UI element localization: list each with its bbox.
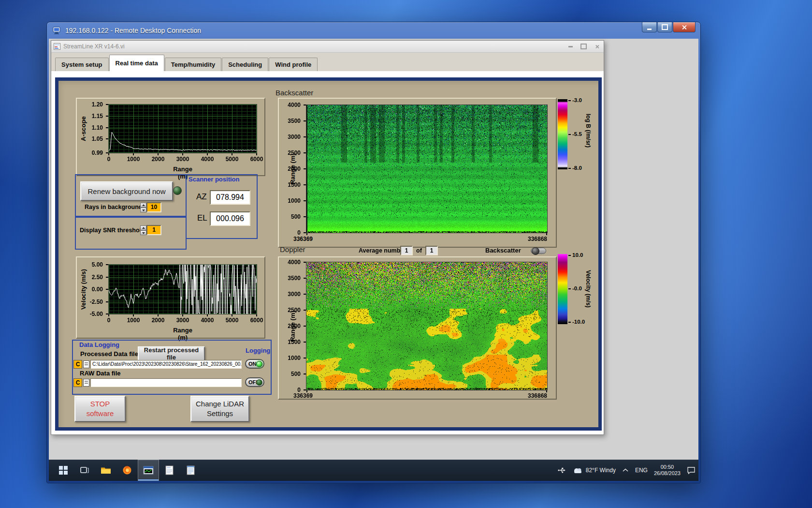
logging-label: Logging — [246, 347, 270, 354]
axis-tick-label: 0 — [275, 387, 301, 393]
rays-in-background-label: Rays in background — [85, 204, 142, 210]
display-snr-threshold-field[interactable]: 1 — [146, 225, 161, 235]
axis-tick — [106, 277, 108, 278]
close-icon — [682, 25, 687, 30]
chevron-up-icon[interactable] — [622, 468, 629, 473]
taskbar-clock[interactable]: 00:50 26/08/2023 — [654, 464, 681, 477]
a-scope-graph: A-scope Range (m) 1.201.151.101.050.9901… — [76, 98, 265, 176]
maximize-icon — [580, 44, 587, 49]
average-number-field[interactable]: 1 — [400, 246, 413, 255]
axis-tick — [106, 127, 108, 128]
taskbar-file-explorer[interactable] — [95, 460, 116, 481]
axis-tick — [304, 342, 306, 343]
tab-wind-profile[interactable]: Wind profile — [269, 58, 318, 71]
close-icon — [595, 45, 599, 49]
app-minimize-button[interactable] — [568, 46, 573, 47]
maximize-button[interactable] — [657, 22, 672, 32]
weather-widget[interactable]: 82°F Windy — [572, 466, 616, 474]
increment-icon[interactable] — [140, 225, 146, 230]
remote-desktop-icon — [53, 27, 61, 34]
language-indicator[interactable]: ENG — [635, 467, 648, 474]
processed-drive-selector[interactable]: C — [73, 360, 82, 369]
usb-icon[interactable] — [557, 466, 566, 474]
az-field[interactable]: 078.994 — [210, 190, 250, 205]
raw-logging-toggle[interactable]: OFF — [245, 377, 264, 387]
change-line1: Change LiDAR — [196, 399, 244, 409]
axis-tick-label: -10.0 — [572, 319, 596, 325]
minimize-button[interactable] — [642, 22, 657, 32]
el-field[interactable]: 000.096 — [210, 211, 250, 226]
raw-drive-selector[interactable]: C — [73, 378, 82, 387]
restart-processed-file-button[interactable]: Restart processed file — [138, 346, 205, 361]
increment-icon[interactable] — [140, 203, 146, 208]
close-button[interactable] — [673, 22, 696, 32]
change-lidar-settings-button[interactable]: Change LiDAR Settings — [190, 396, 249, 422]
rays-spinner[interactable] — [140, 203, 146, 212]
taskbar-notepad[interactable] — [180, 460, 202, 481]
tab-scheduling[interactable]: Scheduling — [222, 58, 268, 71]
processed-logging-toggle[interactable]: ON — [245, 359, 264, 369]
axis-tick-label: 3500 — [275, 118, 301, 124]
processed-browse-icon[interactable] — [83, 360, 89, 368]
raw-data-file-label: RAW Data file — [80, 370, 121, 377]
raw-browse-icon[interactable] — [83, 379, 89, 387]
renew-background-button[interactable]: Renew background now — [80, 181, 173, 201]
taskbar-task-view[interactable] — [74, 460, 95, 481]
decrement-icon[interactable] — [140, 208, 146, 212]
az-label: AZ — [196, 192, 207, 202]
snr-spinner[interactable] — [140, 225, 146, 235]
axis-tick — [304, 326, 306, 327]
axis-tick — [133, 314, 134, 316]
rdp-titlebar[interactable]: 192.168.0.122 - Remote Desktop Connectio… — [47, 22, 700, 39]
axis-tick — [304, 232, 306, 233]
processed-data-file-label: Processed Data file — [80, 350, 138, 358]
data-logging-title: Data Logging — [79, 341, 119, 348]
taskbar-firefox[interactable] — [116, 460, 138, 481]
axis-tick — [158, 153, 159, 155]
taskbar-scan-scheduler[interactable] — [159, 460, 180, 481]
axis-tick-label: 1000 — [275, 197, 301, 204]
backscatter-toggle[interactable] — [531, 248, 546, 254]
vi-icon — [54, 43, 60, 50]
axis-tick-label: 3500 — [275, 275, 301, 282]
axis-tick — [106, 301, 108, 302]
axis-tick-label: 2.50 — [77, 274, 103, 281]
taskbar-windows-start[interactable] — [53, 460, 74, 481]
taskbar-streamline-app[interactable] — [138, 460, 159, 481]
axis-tick — [304, 120, 306, 121]
tab-system-setup[interactable]: System setup — [55, 58, 109, 71]
axis-tick — [304, 216, 306, 217]
tab-temp-humidity[interactable]: Temp/humidity — [165, 58, 221, 71]
axis-tick — [106, 104, 108, 105]
backscatter-x-start: 336369 — [293, 236, 319, 242]
stop-software-button[interactable]: STOP software — [74, 396, 126, 422]
axis-tick — [304, 294, 306, 295]
axis-tick — [568, 288, 571, 289]
scanner-position-title: Scanner position — [188, 176, 239, 183]
tab-strip: System setupReal time dataTemp/humidityS… — [51, 53, 604, 71]
rdp-window: 192.168.0.122 - Remote Desktop Connectio… — [46, 22, 701, 483]
rays-in-background-field[interactable]: 10 — [146, 202, 161, 212]
axis-tick — [133, 153, 134, 155]
maximize-icon — [662, 24, 668, 30]
decrement-icon[interactable] — [140, 230, 146, 235]
app-close-button[interactable] — [594, 44, 600, 49]
tab-real-time-data[interactable]: Real time data — [109, 55, 164, 71]
velocity-graph: Velocity (m/s) Range (m) 5.002.500.00-2.… — [76, 256, 265, 339]
backscatter-x-end: 336868 — [521, 236, 547, 242]
axis-tick — [306, 233, 307, 235]
app-titlebar[interactable]: StreamLine XR v14-6.vi — [51, 41, 604, 53]
raw-data-file-field[interactable] — [90, 378, 242, 387]
app-title: StreamLine XR v14-6.vi — [63, 43, 125, 50]
processed-data-file-field[interactable]: C:\Lidar\Data\Proc\2023\202308\20230826\… — [90, 360, 242, 369]
axis-tick — [546, 390, 547, 392]
backscatter-colorbar-ticks: -3.0-5.5-8.0 — [558, 99, 601, 172]
stop-line1: STOP — [90, 399, 110, 409]
clock-time: 00:50 — [654, 464, 681, 470]
minimize-icon — [568, 46, 573, 47]
streamline-window: StreamLine XR v14-6.vi System setupReal … — [51, 40, 604, 435]
app-maximize-button[interactable] — [580, 44, 587, 49]
notification-icon[interactable] — [687, 466, 696, 474]
average-total-field[interactable]: 1 — [425, 246, 438, 255]
main-panel: A-scope Range (m) 1.201.151.101.050.9901… — [55, 77, 602, 431]
